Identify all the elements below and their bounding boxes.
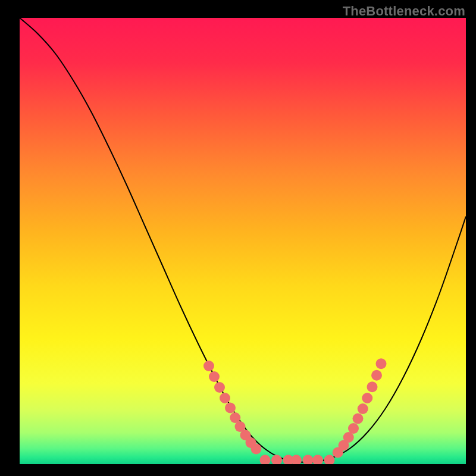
left-branch-dots-point [203, 361, 214, 371]
bottom-flat-dots-point [260, 455, 271, 464]
plot-area [20, 18, 466, 464]
bottom-flat-dots-point [312, 455, 323, 464]
bottleneck-curve [20, 18, 466, 462]
left-branch-dots-point [220, 393, 230, 403]
bottom-flat-dots-point [324, 455, 335, 464]
bottom-flat-dots-point [302, 455, 313, 464]
left-branch-dots-point [251, 444, 262, 455]
chart-frame: TheBottleneck.com [0, 0, 476, 476]
left-branch-dots-point [225, 403, 236, 414]
right-branch-dots-point [376, 358, 387, 369]
right-branch-dots-point [371, 370, 382, 381]
bottom-flat-dots-point [291, 455, 302, 464]
watermark-label: TheBottleneck.com [343, 4, 465, 19]
left-branch-dots-point [214, 382, 225, 393]
right-branch-dots-point [353, 414, 364, 424]
left-branch-dots-point [209, 371, 220, 382]
right-branch-dots-point [367, 381, 378, 392]
bottom-flat-dots-point [271, 455, 282, 464]
right-branch-dots-point [362, 393, 372, 403]
right-branch-dots-point [348, 423, 359, 434]
right-branch-dots-point [358, 403, 368, 414]
chart-svg [20, 18, 466, 464]
